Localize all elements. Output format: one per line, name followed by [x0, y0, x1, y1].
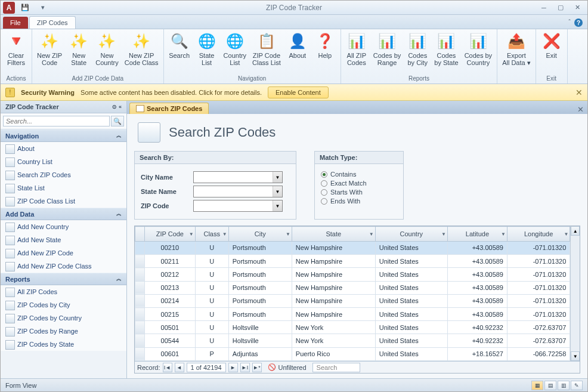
table-cell[interactable]: U: [195, 255, 228, 268]
nav-category[interactable]: Add Data︽: [1, 208, 126, 220]
help-icon[interactable]: ?: [574, 18, 583, 27]
nav-item[interactable]: Search ZIP Codes: [1, 168, 126, 181]
match-type-option[interactable]: Ends With: [321, 197, 397, 205]
table-cell[interactable]: +40.92232: [447, 321, 507, 334]
radio-icon[interactable]: [321, 198, 327, 205]
table-cell[interactable]: United States: [375, 241, 447, 254]
table-cell[interactable]: 00215: [145, 308, 196, 321]
ribbon-button[interactable]: 📊Codes byRange: [371, 30, 403, 67]
table-cell[interactable]: P: [195, 347, 228, 360]
table-cell[interactable]: Holtsville: [228, 321, 292, 334]
security-close-icon[interactable]: ✕: [575, 88, 583, 97]
table-cell[interactable]: Portsmouth: [228, 241, 292, 254]
table-cell[interactable]: U: [195, 241, 228, 254]
table-row[interactable]: 00211UPortsmouthNew HampshireUnited Stat…: [135, 255, 570, 268]
nav-category[interactable]: Reports︽: [1, 273, 126, 285]
record-search-input[interactable]: Search: [312, 363, 360, 372]
table-cell[interactable]: U: [195, 268, 228, 281]
ribbon-collapse-icon[interactable]: ˆ: [568, 18, 571, 27]
dropdown-icon[interactable]: ▼: [286, 231, 290, 236]
app-icon[interactable]: A: [3, 2, 15, 14]
table-cell[interactable]: New Hampshire: [292, 268, 375, 281]
minimize-button[interactable]: ─: [536, 3, 552, 13]
row-selector[interactable]: [135, 281, 145, 294]
dropdown-icon[interactable]: ▼: [222, 231, 227, 236]
dropdown-icon[interactable]: ▼: [273, 186, 282, 197]
zip-codes-tab[interactable]: ZIP Codes: [29, 16, 76, 29]
radio-icon[interactable]: [321, 180, 327, 187]
dropdown-icon[interactable]: ▼: [501, 231, 506, 236]
table-cell[interactable]: -071.01320: [507, 294, 570, 307]
chevron-up-icon[interactable]: ︽: [116, 275, 122, 283]
table-cell[interactable]: U: [195, 308, 228, 321]
match-type-option[interactable]: Starts With: [321, 189, 397, 196]
prev-record-button[interactable]: ◄: [175, 363, 184, 372]
column-header[interactable]: Country▼: [375, 227, 447, 242]
table-row[interactable]: 00544UHoltsvilleNew YorkUnited States+40…: [135, 334, 570, 347]
table-cell[interactable]: Portsmouth: [228, 255, 292, 268]
ribbon-button[interactable]: 👤About: [284, 30, 311, 60]
zip-code-combo[interactable]: ▼: [193, 200, 283, 212]
dropdown-icon[interactable]: ▼: [369, 231, 374, 236]
row-selector-header[interactable]: [135, 227, 145, 242]
table-cell[interactable]: New Hampshire: [292, 281, 375, 294]
ribbon-button[interactable]: 📊All ZIPCodes: [343, 30, 370, 67]
nav-item[interactable]: ZIP Codes by City: [1, 298, 126, 311]
scroll-up-icon[interactable]: ▲: [571, 226, 580, 236]
ribbon-button[interactable]: ✨NewCountry: [93, 30, 121, 67]
table-cell[interactable]: -071.01320: [507, 241, 570, 254]
first-record-button[interactable]: I◄: [163, 363, 172, 372]
table-cell[interactable]: 00211: [145, 255, 196, 268]
table-cell[interactable]: Puerto Rico: [292, 347, 375, 360]
table-cell[interactable]: -071.01320: [507, 308, 570, 321]
record-position[interactable]: 1 of 42194: [187, 363, 226, 372]
filter-status[interactable]: Unfiltered: [278, 364, 307, 371]
nav-search-button[interactable]: 🔍: [111, 116, 124, 126]
nav-item[interactable]: All ZIP Codes: [1, 285, 126, 298]
qat-dropdown-icon[interactable]: ▾: [35, 3, 51, 13]
datasheet-view-button[interactable]: ▤: [544, 381, 556, 390]
table-cell[interactable]: New Hampshire: [292, 294, 375, 307]
nav-item[interactable]: Country List: [1, 155, 126, 168]
table-cell[interactable]: -071.01320: [507, 268, 570, 281]
table-row[interactable]: 00213UPortsmouthNew HampshireUnited Stat…: [135, 281, 570, 294]
column-header[interactable]: Class▼: [195, 227, 228, 242]
chevron-down-icon[interactable]: ⊙ «: [112, 104, 122, 110]
row-selector[interactable]: [135, 308, 145, 321]
ribbon-button[interactable]: 🔻ClearFilters: [3, 30, 29, 67]
row-selector[interactable]: [135, 268, 145, 281]
table-cell[interactable]: Portsmouth: [228, 308, 292, 321]
row-selector[interactable]: [135, 255, 145, 268]
dropdown-icon[interactable]: ▼: [564, 231, 568, 236]
table-cell[interactable]: +43.00589: [447, 308, 507, 321]
nav-item[interactable]: State List: [1, 181, 126, 195]
dropdown-icon[interactable]: ▼: [441, 231, 446, 236]
ribbon-button[interactable]: 📊Codesby State: [432, 30, 460, 67]
ribbon-button[interactable]: 📊Codesby City: [404, 30, 431, 67]
match-type-option[interactable]: Contains: [321, 171, 397, 178]
radio-icon[interactable]: [321, 171, 327, 178]
form-view-button[interactable]: ▦: [531, 381, 543, 390]
table-cell[interactable]: -072.63707: [507, 334, 570, 347]
table-cell[interactable]: Portsmouth: [228, 281, 292, 294]
chevron-up-icon[interactable]: ︽: [116, 132, 122, 140]
table-cell[interactable]: +43.00589: [447, 255, 507, 268]
ribbon-button[interactable]: 🔍Search: [166, 30, 193, 60]
table-cell[interactable]: New Hampshire: [292, 255, 375, 268]
table-cell[interactable]: -066.72258: [507, 347, 570, 360]
dropdown-icon[interactable]: ▼: [273, 200, 282, 211]
ribbon-button[interactable]: ✨New ZIPCode Class: [122, 30, 161, 67]
nav-item[interactable]: About: [1, 142, 126, 155]
nav-search-input[interactable]: [3, 116, 110, 126]
table-cell[interactable]: Adjuntas: [228, 347, 292, 360]
table-row[interactable]: 00212UPortsmouthNew HampshireUnited Stat…: [135, 268, 570, 281]
qat-save-icon[interactable]: 💾: [17, 3, 33, 13]
table-cell[interactable]: 00501: [145, 321, 196, 334]
table-cell[interactable]: Portsmouth: [228, 294, 292, 307]
table-row[interactable]: 00215UPortsmouthNew HampshireUnited Stat…: [135, 308, 570, 321]
table-cell[interactable]: United States: [375, 255, 447, 268]
table-cell[interactable]: 00601: [145, 347, 196, 360]
nav-item[interactable]: ZIP Code Class List: [1, 195, 126, 208]
ribbon-button[interactable]: 🌐StateList: [194, 30, 220, 67]
nav-item[interactable]: ZIP Codes by Range: [1, 325, 126, 338]
